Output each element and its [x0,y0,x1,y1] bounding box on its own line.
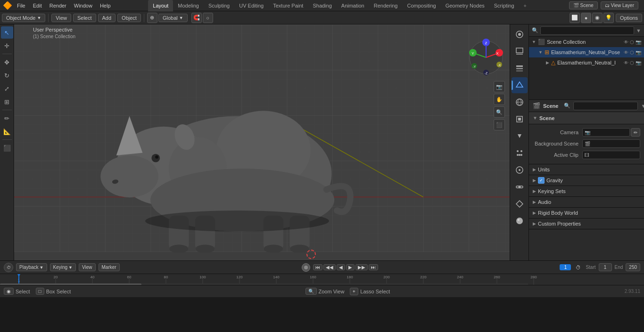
jump-start-btn[interactable]: ⏮ [313,264,322,270]
end-frame-input[interactable]: 250 [626,263,640,271]
item1-hide-btn[interactable]: 👁 [624,50,628,55]
current-frame-input[interactable]: 1 [560,264,571,270]
hide-btn[interactable]: 👁 [624,40,628,45]
tab-scripting[interactable]: Scripting [489,0,519,11]
material-preview-btn[interactable]: ◉ [592,13,603,23]
view-layer-selector[interactable]: 🗂 View Layer [601,1,638,9]
item2-render-btn[interactable]: 📷 [636,60,641,65]
outliner-item-1[interactable]: ▼ ⊞ Elasmatherium_Neutral_Pose 👁 ⬡ 📷 [529,47,644,57]
tab-rendering[interactable]: Rendering [369,0,403,11]
playback-menu[interactable]: Playback ▼ [16,263,47,271]
modifier-properties-btn[interactable] [512,128,528,144]
gravity-row[interactable]: ▶ ✓ Gravity [529,175,644,186]
zoom-tool-btn[interactable]: 🔍 [494,106,505,118]
audio-row[interactable]: ▶ Audio [529,197,644,207]
custom-props-row[interactable]: ▶ Custom Properties [529,219,644,229]
particles-properties-btn[interactable] [512,145,528,161]
tab-add[interactable]: + [519,0,531,11]
tab-shading[interactable]: Shading [308,0,336,11]
menu-edit[interactable]: Edit [29,0,46,11]
start-frame-input[interactable]: 1 [599,263,612,271]
timeline-ruler[interactable]: 1 20 40 60 80 100 120 140 160 180 200 22… [0,274,644,285]
constraints-properties-btn[interactable] [512,179,528,195]
props-search-input[interactable] [573,102,638,110]
scene-properties-btn[interactable] [512,77,528,93]
tab-uv-editing[interactable]: UV Editing [234,0,268,11]
hand-tool-btn[interactable]: ✋ [494,94,505,105]
add-menu[interactable]: Add [98,14,116,22]
transform-widget[interactable]: ⊕ [147,13,157,23]
options-btn[interactable]: Options [616,14,642,22]
material-properties-btn[interactable] [512,213,528,229]
tab-layout[interactable]: Layout [148,0,173,11]
physics-properties-btn[interactable] [512,162,528,178]
object-type-filter-btn[interactable]: ⬛ [494,119,505,130]
tab-sculpting[interactable]: Sculpting [204,0,234,11]
tab-modeling[interactable]: Modeling [173,0,204,11]
record-btn[interactable] [302,263,310,272]
object-mode-dropdown[interactable]: Object Mode ▼ [2,14,45,22]
tab-texture-paint[interactable]: Texture Paint [268,0,308,11]
viewport[interactable]: User Perspective (1) Scene Collection X … [14,24,510,260]
disable-select-btn[interactable]: ⬡ [630,40,634,45]
view-layer-properties-btn[interactable] [512,60,528,76]
transform-global-dropdown[interactable]: Global ▼ [158,14,188,22]
tab-compositing[interactable]: Compositing [402,0,440,11]
select-tool-btn[interactable]: ↖ [1,26,13,39]
item1-render-btn[interactable]: 📷 [636,50,641,55]
snap-btn[interactable]: 🧲 [191,13,202,23]
render-properties-btn[interactable] [512,26,528,42]
view-menu[interactable]: View [51,14,71,22]
menu-file[interactable]: File [13,0,29,11]
annotate-btn[interactable]: ✏ [1,112,13,124]
navigation-gizmo[interactable]: X Y Z -X -Y -Z [467,39,505,76]
active-clip-value[interactable]: 🎞 [582,151,640,159]
marker-menu[interactable]: Marker [99,263,120,271]
camera-value[interactable]: 📷 [582,128,630,137]
background-scene-value[interactable]: 🎬 [582,139,640,148]
outliner-search-input[interactable] [540,26,634,35]
camera-view-btn[interactable]: 📷 [494,81,505,92]
transform-tool-btn[interactable]: ⊞ [1,96,13,108]
scene-section-header[interactable]: ▼ Scene [529,112,644,124]
move-tool-btn[interactable]: ✥ [1,56,13,68]
rotate-tool-btn[interactable]: ↻ [1,69,13,81]
world-properties-btn[interactable] [512,94,528,110]
camera-edit-btn[interactable]: ✏ [631,128,640,137]
outliner-item-2[interactable]: ▶ △ Elasmatherium_Neutral_I 👁 ⬡ 📷 [529,57,644,68]
add-cube-btn[interactable]: ⬛ [1,142,13,154]
disable-render-btn[interactable]: 📷 [636,40,641,45]
props-filter-icon[interactable]: ▼ [641,103,644,109]
prev-keyframe-btn[interactable]: ◀◀ [323,264,336,270]
tab-geometry-nodes[interactable]: Geometry Nodes [441,0,489,11]
solid-btn[interactable]: ● [581,13,591,23]
filter-icon[interactable]: ▼ [636,28,641,33]
item1-select-btn[interactable]: ⬡ [630,50,634,55]
play-btn[interactable]: ▶ [346,264,355,270]
menu-help[interactable]: Help [96,0,115,11]
rendered-btn[interactable]: 💡 [603,13,614,23]
scene-selector[interactable]: 🎬 Scene [569,1,598,9]
keying-menu[interactable]: Keying ▼ [50,263,76,271]
data-properties-btn[interactable] [512,196,528,212]
play-reverse-btn[interactable]: ◀ [337,264,345,270]
timeline-mode-btn[interactable]: ⏱ [4,263,13,272]
units-row[interactable]: ▶ Units [529,164,644,175]
scale-tool-btn[interactable]: ⤢ [1,82,13,95]
menu-window[interactable]: Window [70,0,96,11]
object-properties-btn[interactable] [512,111,528,127]
rigid-body-row[interactable]: ▶ Rigid Body World [529,208,644,218]
output-properties-btn[interactable] [512,43,528,59]
scene-collection-item[interactable]: ▼ ⬛ Scene Collection 👁 ⬡ 📷 [529,37,644,47]
cursor-tool-btn[interactable]: ✛ [1,40,13,52]
tab-animation[interactable]: Animation [337,0,369,11]
select-menu[interactable]: Select [73,14,96,22]
gravity-checkbox[interactable]: ✓ [538,177,545,184]
measure-btn[interactable]: 📐 [1,125,13,138]
keying-sets-row[interactable]: ▶ Keying Sets [529,186,644,196]
proportional-edit-btn[interactable]: ○ [203,13,213,23]
wireframe-btn[interactable]: ⬜ [570,13,580,23]
object-menu[interactable]: Object [117,14,141,22]
timeline-view-menu[interactable]: View [79,263,96,271]
next-keyframe-btn[interactable]: ▶▶ [355,264,368,270]
